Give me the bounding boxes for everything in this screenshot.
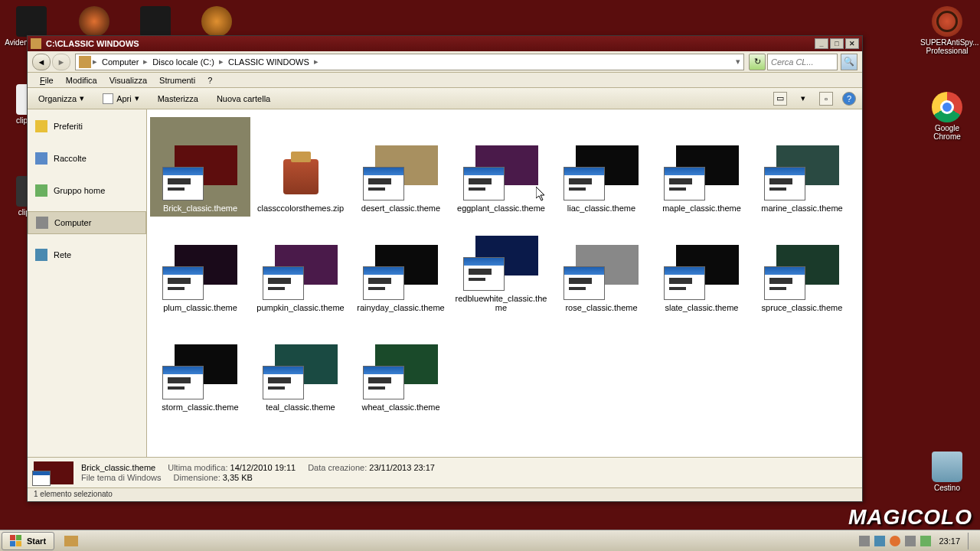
desktop-icon[interactable] bbox=[190, 6, 243, 38]
file-name: teal_classic.theme bbox=[266, 403, 335, 412]
file-name: slate_classic.theme bbox=[665, 303, 739, 313]
file-name: redbluewhite_classic.theme bbox=[456, 294, 547, 313]
view-options-button[interactable]: ▫ bbox=[819, 92, 833, 106]
menu-file[interactable]: File bbox=[34, 74, 60, 86]
window-icon bbox=[162, 167, 204, 201]
tray-shield-icon[interactable] bbox=[874, 536, 885, 546]
desktop-icon[interactable] bbox=[67, 6, 121, 38]
window-title: C:\CLASSIC WINDOWS bbox=[46, 39, 139, 48]
window-icon bbox=[463, 257, 505, 291]
minimize-button[interactable]: _ bbox=[815, 38, 828, 49]
help-button[interactable]: ? bbox=[842, 92, 856, 106]
refresh-button[interactable]: ↻ bbox=[749, 54, 766, 70]
file-item[interactable]: rainyday_classic.theme bbox=[351, 217, 451, 316]
file-name: spruce_classic.theme bbox=[762, 303, 843, 313]
file-item[interactable]: pumpkin_classic.theme bbox=[250, 217, 351, 316]
file-item[interactable]: marine_classic.theme bbox=[752, 117, 852, 217]
start-button[interactable]: Start bbox=[2, 532, 54, 550]
tray-volume-icon[interactable] bbox=[905, 536, 916, 546]
desktop-icon-recycle-bin[interactable]: Cestino bbox=[920, 452, 974, 492]
burn-button[interactable]: Masterizza bbox=[153, 92, 203, 106]
nav-bar: ◄ ► ▸ Computer ▸ Disco locale (C:) ▸ CLA… bbox=[28, 51, 862, 73]
file-item[interactable]: rose_classic.theme bbox=[551, 217, 652, 316]
open-button[interactable]: Apri ▾ bbox=[98, 91, 144, 106]
svg-rect-3 bbox=[16, 541, 21, 546]
preview-pane-button[interactable]: ▭ bbox=[773, 92, 787, 106]
window-icon bbox=[162, 366, 204, 399]
details-thumbnail bbox=[34, 461, 74, 484]
file-item[interactable]: liac_classic.theme bbox=[551, 117, 652, 217]
sidebar-network[interactable]: Rete bbox=[28, 244, 146, 266]
sidebar-computer[interactable]: Computer bbox=[28, 211, 146, 234]
file-name: storm_classic.theme bbox=[162, 403, 238, 412]
desktop-icon-superantispy[interactable]: SUPERAntiSpy... Professional bbox=[920, 6, 974, 55]
tray-clock[interactable]: 23:17 bbox=[936, 536, 963, 546]
file-item[interactable]: redbluewhite_classic.theme bbox=[451, 217, 551, 316]
folder-icon bbox=[31, 38, 41, 49]
file-item[interactable]: wheat_classic.theme bbox=[351, 316, 451, 416]
titlebar[interactable]: C:\CLASSIC WINDOWS _ □ ✕ bbox=[28, 36, 862, 51]
breadcrumb-item[interactable]: CLASSIC WINDOWS bbox=[225, 57, 312, 67]
window-icon bbox=[764, 266, 805, 300]
desktop-icon-chrome[interactable]: Google Chrome bbox=[920, 92, 974, 141]
tray-network-icon[interactable] bbox=[920, 536, 931, 546]
view-dropdown[interactable]: ▾ bbox=[796, 91, 810, 106]
menu-view[interactable]: Visualizza bbox=[103, 74, 153, 86]
window-icon bbox=[664, 167, 705, 201]
file-item[interactable]: storm_classic.theme bbox=[150, 316, 250, 416]
file-item[interactable]: classccolorsthemes.zip bbox=[250, 117, 351, 217]
window-icon bbox=[162, 266, 204, 300]
show-desktop-button[interactable] bbox=[968, 533, 974, 549]
folder-icon bbox=[79, 56, 91, 68]
close-button[interactable]: ✕ bbox=[845, 38, 859, 49]
maximize-button[interactable]: □ bbox=[830, 38, 844, 49]
sidebar-homegroup[interactable]: Gruppo home bbox=[28, 180, 146, 201]
sidebar-favorites[interactable]: Preferiti bbox=[28, 116, 146, 137]
menu-help[interactable]: ? bbox=[201, 74, 218, 86]
details-filename: Brick_classic.theme bbox=[81, 463, 155, 472]
folder-icon bbox=[64, 536, 78, 546]
window-icon bbox=[764, 167, 805, 201]
file-name: maple_classic.theme bbox=[662, 204, 741, 214]
file-item[interactable]: slate_classic.theme bbox=[652, 217, 752, 316]
new-folder-button[interactable]: Nuova cartella bbox=[212, 92, 275, 106]
homegroup-icon bbox=[35, 184, 47, 197]
file-item[interactable]: spruce_classic.theme bbox=[752, 217, 852, 316]
breadcrumb-item[interactable]: Computer bbox=[99, 57, 142, 67]
breadcrumb[interactable]: ▸ Computer ▸ Disco locale (C:) ▸ CLASSIC… bbox=[75, 54, 744, 70]
menu-tools[interactable]: Strumenti bbox=[153, 74, 201, 86]
taskbar-explorer[interactable] bbox=[57, 532, 85, 550]
file-grid[interactable]: Brick_classic.themeclassccolorsthemes.zi… bbox=[147, 109, 862, 457]
tray-flag-icon[interactable] bbox=[859, 536, 870, 546]
computer-icon bbox=[36, 217, 48, 229]
search-input[interactable] bbox=[771, 57, 834, 67]
file-name: classccolorsthemes.zip bbox=[257, 204, 344, 214]
toolbar: Organizza ▾ Apri ▾ Masterizza Nuova cart… bbox=[28, 88, 862, 109]
network-icon bbox=[35, 249, 47, 261]
file-item[interactable]: maple_classic.theme bbox=[652, 117, 752, 217]
file-item[interactable]: teal_classic.theme bbox=[250, 316, 351, 416]
file-item[interactable]: plum_classic.theme bbox=[150, 217, 250, 316]
windows-logo-icon bbox=[10, 535, 22, 547]
menu-edit[interactable]: Modifica bbox=[60, 74, 103, 86]
file-item[interactable]: eggplant_classic.theme bbox=[451, 117, 551, 217]
sidebar: Preferiti Raccolte Gruppo home Computer … bbox=[28, 109, 147, 457]
back-button[interactable]: ◄ bbox=[32, 54, 51, 70]
window-icon bbox=[564, 266, 605, 300]
organize-button[interactable]: Organizza ▾ bbox=[34, 91, 89, 106]
window-icon bbox=[664, 266, 705, 300]
forward-button[interactable]: ► bbox=[52, 54, 70, 70]
details-pane: Brick_classic.theme Ultima modifica: 14/… bbox=[28, 457, 862, 487]
breadcrumb-dropdown[interactable]: ▾ bbox=[736, 57, 740, 67]
desktop-icon[interactable] bbox=[129, 6, 182, 38]
search-box[interactable] bbox=[767, 54, 838, 70]
file-item[interactable]: Brick_classic.theme bbox=[150, 117, 250, 217]
window-icon bbox=[363, 167, 404, 201]
breadcrumb-item[interactable]: Disco locale (C:) bbox=[149, 57, 217, 67]
file-item[interactable]: desert_classic.theme bbox=[351, 117, 451, 217]
search-button[interactable]: 🔍 bbox=[841, 54, 858, 70]
file-name: Brick_classic.theme bbox=[163, 204, 237, 214]
tray-app-icon[interactable] bbox=[890, 536, 900, 546]
sidebar-libraries[interactable]: Raccolte bbox=[28, 148, 146, 169]
window-icon bbox=[363, 266, 404, 300]
